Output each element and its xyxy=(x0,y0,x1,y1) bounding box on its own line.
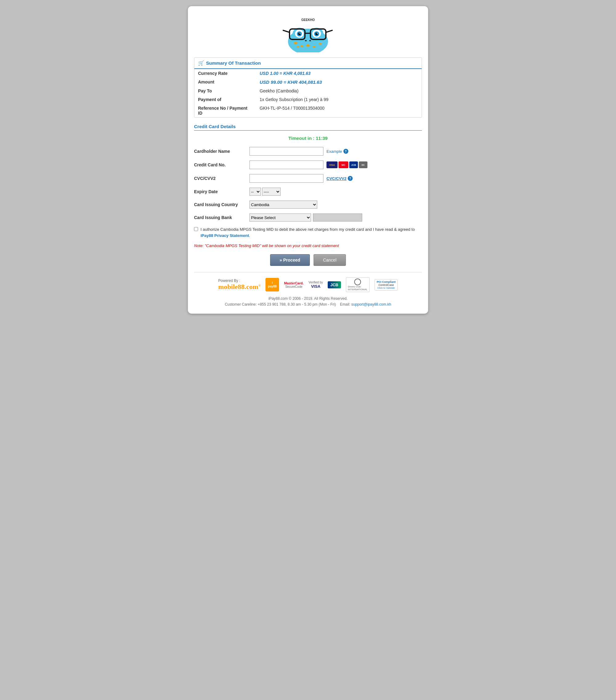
card-country-row: Card Issuing Country Cambodia Thailand V… xyxy=(194,201,422,209)
label-currency-rate: Currency Rate xyxy=(194,69,256,78)
cc-section-title: Credit Card Details xyxy=(194,124,422,130)
svg-point-8 xyxy=(297,46,299,48)
table-row: Amount USD 99.00 = KHR 404,081.63 xyxy=(194,78,422,87)
value-currency-rate: USD 1.00 = KHR 4,081.63 xyxy=(256,69,422,78)
summary-title: Summary Of Transaction xyxy=(206,60,261,66)
diners-logo: DC xyxy=(359,161,367,168)
jcb-badge: JCB xyxy=(328,281,341,288)
label-pay-to: Pay To xyxy=(194,87,256,95)
powered-by-section: Powered By : mobile88.com® xyxy=(218,278,261,291)
svg-point-4 xyxy=(300,45,303,47)
table-row: Reference No / Payment ID GKH-TL-IP-514 … xyxy=(194,104,422,117)
geekho-logo: GEEKHO xyxy=(277,12,339,52)
svg-line-22 xyxy=(283,30,290,32)
cart-icon: 🛒 xyxy=(198,60,204,66)
value-pay-to: Geekho (Cambodia) xyxy=(256,87,422,95)
svg-point-17 xyxy=(300,33,301,34)
footer-logos: Powered By : mobile88.com® ipay88 Master… xyxy=(194,277,422,292)
privacy-statement-link[interactable]: Privacy Statement xyxy=(214,233,249,238)
example-addon: Example ? xyxy=(326,149,348,154)
svg-point-6 xyxy=(313,46,316,48)
page-container: GEEKHO 🛒 Summary Of Transaction Currency… xyxy=(188,6,428,314)
table-row: Pay To Geekho (Cambodia) xyxy=(194,87,422,95)
credit-card-no-input[interactable] xyxy=(250,161,323,169)
mastercard-logo: MC xyxy=(339,161,348,168)
diners-club-badge: Diners ClubINTERNATIONAL xyxy=(346,277,369,292)
cancel-button[interactable]: Cancel xyxy=(314,254,346,266)
summary-box: 🛒 Summary Of Transaction Currency Rate U… xyxy=(194,57,422,118)
summary-header: 🛒 Summary Of Transaction xyxy=(194,58,422,69)
value-payment-of: 1x Getloy Subscription (1 year) à 99 xyxy=(256,95,422,104)
cardholder-name-label: Cardholder Name xyxy=(194,149,250,154)
expiry-date-label: Expiry Date xyxy=(194,189,250,194)
svg-point-3 xyxy=(294,42,298,45)
svg-text:GEEKHO: GEEKHO xyxy=(301,18,315,22)
table-row: Payment of 1x Getloy Subscription (1 yea… xyxy=(194,95,422,104)
cvc-label: CVC/CVV2 xyxy=(194,176,250,181)
expiry-date-row: Expiry Date -- 01020304 05060708 0910111… xyxy=(194,188,422,196)
verified-by-visa-badge: Verified by VISA xyxy=(309,281,323,289)
credit-card-section: Credit Card Details Timeout in : 11:39 C… xyxy=(194,124,422,266)
label-amount: Amount xyxy=(194,78,256,87)
value-reference-no: GKH-TL-IP-514 / T000013504000 xyxy=(256,104,422,117)
card-country-label: Card Issuing Country xyxy=(194,202,250,207)
note-text: Note: "Cambodia MPGS Testing MID" will b… xyxy=(194,243,422,248)
logo-area: GEEKHO xyxy=(194,12,422,52)
authorize-checkbox[interactable] xyxy=(194,227,198,231)
cvc-help-icon[interactable]: ? xyxy=(348,176,353,181)
cvc-input[interactable] xyxy=(250,174,323,183)
footer: Powered By : mobile88.com® ipay88 Master… xyxy=(194,272,422,308)
svg-point-5 xyxy=(306,45,310,47)
label-reference-no: Reference No / Payment ID xyxy=(194,104,256,117)
card-logos: VISA MC JCB DC xyxy=(326,161,367,168)
svg-point-10 xyxy=(309,40,311,41)
visa-logo: VISA xyxy=(326,161,338,168)
powered-by-text: Powered By : xyxy=(218,278,240,283)
button-row: » Proceed Cancel xyxy=(194,254,422,266)
ipay88-link[interactable]: iPay88 xyxy=(201,233,213,238)
value-amount: USD 99.00 = KHR 404,081.63 xyxy=(256,78,422,87)
diners-circle-icon xyxy=(354,278,361,285)
authorize-text: I authorize Cambodia MPGS Testing MID to… xyxy=(201,226,422,238)
mobile88-logo: mobile88.com® xyxy=(218,283,261,291)
jcb-logo: JCB xyxy=(349,161,358,168)
svg-line-23 xyxy=(326,30,332,32)
footer-email-link[interactable]: support@ipay88.com.kh xyxy=(351,302,391,307)
bank-text-input[interactable] xyxy=(313,213,362,222)
timeout-display: Timeout in : 11:39 xyxy=(194,136,422,141)
credit-card-no-label: Credit Card No. xyxy=(194,162,250,167)
cvc-addon: CVC/CVV2 ? xyxy=(326,176,353,181)
footer-copyright: iPay88.com © 2006 - 2019. All Rights Res… xyxy=(194,296,422,308)
example-help-icon[interactable]: ? xyxy=(343,149,348,154)
proceed-button[interactable]: » Proceed xyxy=(270,254,310,266)
cvc-row: CVC/CVV2 CVC/CVV2 ? xyxy=(194,174,422,183)
summary-table: Currency Rate USD 1.00 = KHR 4,081.63 Am… xyxy=(194,69,422,117)
credit-card-no-row: Credit Card No. VISA MC JCB DC xyxy=(194,161,422,169)
svg-point-9 xyxy=(305,40,307,41)
pci-compliant-badge: PCI Compliant ControlCase Click to Valid… xyxy=(375,279,398,290)
card-bank-select[interactable]: Please Select ABA Bank ACLEDA Bank Canad… xyxy=(250,213,311,222)
cardholder-name-row: Cardholder Name Example ? xyxy=(194,147,422,155)
example-link[interactable]: Example xyxy=(326,149,342,154)
card-bank-row: Card Issuing Bank Please Select ABA Bank… xyxy=(194,213,422,222)
expiry-selects: -- 01020304 05060708 09101112 ---- 20242… xyxy=(250,188,280,196)
expiry-month-select[interactable]: -- 01020304 05060708 09101112 xyxy=(250,188,261,196)
authorize-row: I authorize Cambodia MPGS Testing MID to… xyxy=(194,226,422,238)
label-payment-of: Payment of xyxy=(194,95,256,104)
svg-point-7 xyxy=(319,43,322,45)
expiry-year-select[interactable]: ---- 2024202520262027 202820292030 xyxy=(262,188,280,196)
mastercard-secure-badge: MasterCard. SecureCode xyxy=(284,281,304,288)
cvc-help-link[interactable]: CVC/CVV2 xyxy=(326,176,347,181)
table-row: Currency Rate USD 1.00 = KHR 4,081.63 xyxy=(194,69,422,78)
card-bank-label: Card Issuing Bank xyxy=(194,215,250,220)
card-country-select[interactable]: Cambodia Thailand Vietnam Singapore Mala… xyxy=(250,201,317,209)
ipay88-footer-logo: ipay88 xyxy=(265,278,279,291)
svg-point-18 xyxy=(317,33,318,34)
cardholder-name-input[interactable] xyxy=(250,147,323,155)
